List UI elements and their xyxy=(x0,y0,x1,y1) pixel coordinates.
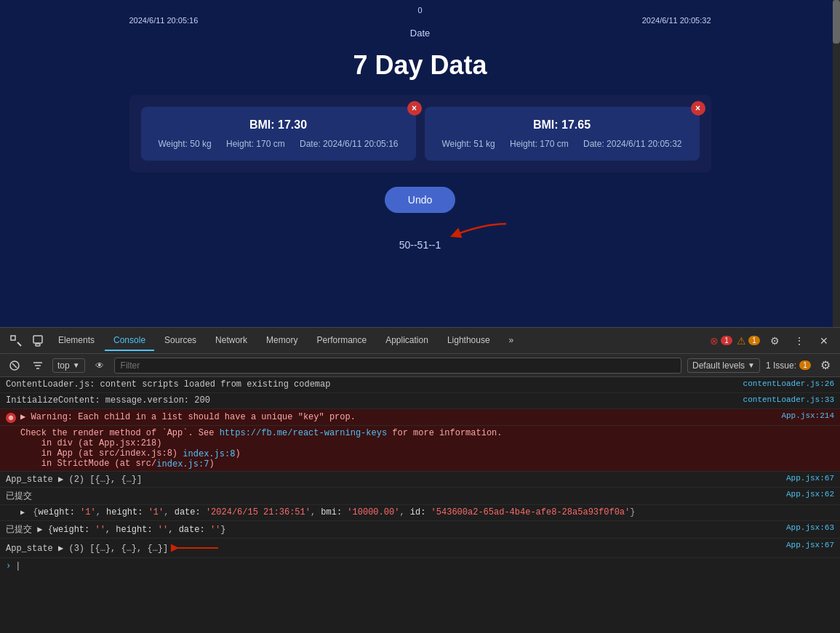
console-line-3: ⊗ ▶ Warning: Each child in a list should… xyxy=(0,409,840,426)
bmi-card-2: × BMI: 17.65 Weight: 51 kg Height: 170 c… xyxy=(425,107,700,161)
console-source-2[interactable]: contentLoader.js:33 xyxy=(743,395,834,404)
prompt-cursor[interactable]: | xyxy=(15,561,20,571)
top-date-right: 2024/6/11 20:05:32 xyxy=(642,16,711,25)
console-detail-1: in div (at App.jsx:218) xyxy=(20,438,161,448)
right-scrollbar[interactable] xyxy=(833,0,840,327)
red-arrow-2-icon xyxy=(171,541,222,555)
card-height-1: Height: 170 cm xyxy=(226,139,285,149)
bmi-value-1: BMI: 17.30 xyxy=(159,118,399,132)
card-date-2: Date: 2024/6/11 20:05:32 xyxy=(583,139,681,149)
devtools-panel: Elements Console Sources Network Memory … xyxy=(0,327,840,633)
tab-console[interactable]: Console xyxy=(105,331,154,351)
console-text-2: InitializeContent: message.version: 200 xyxy=(6,395,210,406)
svg-rect-4 xyxy=(36,344,40,346)
card-date-1: Date: 2024/6/11 20:05:16 xyxy=(300,139,398,149)
clear-console-icon[interactable] xyxy=(6,357,23,374)
svg-rect-1 xyxy=(11,336,15,340)
warning-badge-container: ⚠ 1 xyxy=(737,335,760,347)
tab-lighthouse[interactable]: Lighthouse xyxy=(439,331,499,351)
top-zero-label: 0 xyxy=(417,6,422,15)
console-detail-3: in StrictMode (at src/index.js:7) xyxy=(20,459,215,469)
red-arrow-icon xyxy=(448,220,513,242)
date-subtitle: Date xyxy=(410,28,430,39)
settings-icon[interactable]: ⚙ xyxy=(764,331,785,351)
bmi-value-2: BMI: 17.65 xyxy=(442,118,682,132)
console-line-9: App_state ▶ (3) [{…}, {…}, {…}] App.jsx:… xyxy=(0,539,840,558)
console-line-1: ContentLoader.js: content scripts loaded… xyxy=(0,377,840,393)
devtools-toolbar: Elements Console Sources Network Memory … xyxy=(0,328,840,354)
console-settings-icon[interactable]: ⚙ xyxy=(817,357,834,374)
react-warning-link[interactable]: https://fb.me/react-warning-keys xyxy=(220,428,387,438)
console-source-3[interactable]: App.jsx:214 xyxy=(781,411,834,420)
console-source-9[interactable]: App.jsx:67 xyxy=(786,541,834,549)
top-context-dropdown[interactable]: top ▼ xyxy=(52,358,85,373)
console-text-4a: Check the render method of `App`. See xyxy=(20,428,214,438)
default-levels-arrow-icon: ▼ xyxy=(748,361,755,369)
top-dropdown-arrow-icon: ▼ xyxy=(73,361,80,369)
error-badge-container: ⊗ 1 xyxy=(710,335,732,347)
console-text-7: {weight: '1', height: '1', date: '2024/6… xyxy=(33,507,635,517)
app-area: 0 2024/6/11 20:05:16 2024/6/11 20:05:32 … xyxy=(0,0,840,327)
card-weight-1: Weight: 50 kg xyxy=(159,139,212,149)
console-text-8: 已提交 ▶ {weight: '', height: '', date: ''} xyxy=(6,525,226,535)
console-line-6: 已提交 App.jsx:62 xyxy=(0,488,840,505)
default-levels-dropdown[interactable]: Default levels ▼ xyxy=(687,358,760,373)
error-icon-1: ⊗ xyxy=(6,413,16,423)
console-source-6[interactable]: App.jsx:62 xyxy=(786,490,834,499)
error-count-badge: 1 xyxy=(721,336,732,345)
filter-icon[interactable] xyxy=(29,357,47,374)
console-source-5[interactable]: App.jsx:67 xyxy=(786,474,834,483)
console-detail-2: in App (at src/index.js:8) index.js:8 ) xyxy=(20,448,241,459)
index-js-7-link[interactable]: index.js:7 xyxy=(156,459,209,469)
prompt-symbol: › xyxy=(6,561,11,571)
tab-elements[interactable]: Elements xyxy=(49,331,103,351)
console-content: ContentLoader.js: content scripts loaded… xyxy=(0,377,840,633)
top-context-label: top xyxy=(57,360,70,371)
console-text-3: ▶ Warning: Each child in a list should h… xyxy=(20,412,356,422)
console-source-8[interactable]: App.jsx:63 xyxy=(786,523,834,532)
undo-button[interactable]: Undo xyxy=(385,187,455,213)
eye-icon[interactable]: 👁 xyxy=(91,357,108,374)
console-line-5: App_state ▶ (2) [{…}, {…}] App.jsx:67 xyxy=(0,472,840,488)
inspector-icon[interactable] xyxy=(6,331,26,351)
tab-more[interactable]: » xyxy=(500,331,523,351)
tab-sources[interactable]: Sources xyxy=(156,331,205,351)
console-toolbar: top ▼ 👁 Default levels ▼ 1 Issue: 1 ⚙ xyxy=(0,354,840,377)
card-close-btn-2[interactable]: × xyxy=(691,101,705,116)
tab-network[interactable]: Network xyxy=(207,331,256,351)
more-options-icon[interactable]: ⋮ xyxy=(789,331,809,351)
tab-application[interactable]: Application xyxy=(377,331,437,351)
svg-line-2 xyxy=(17,342,21,346)
card-close-btn-1[interactable]: × xyxy=(407,101,422,116)
console-text-5: App_state ▶ (2) [{…}, {…}] xyxy=(6,475,142,485)
index-js-8-link[interactable]: index.js:8 xyxy=(183,448,235,459)
console-text-1: ContentLoader.js: content scripts loaded… xyxy=(6,379,330,390)
card-height-2: Height: 170 cm xyxy=(510,139,569,149)
warning-count-badge: 1 xyxy=(748,336,760,345)
filter-input[interactable] xyxy=(114,358,681,374)
page-title: 7 Day Data xyxy=(353,50,487,81)
card-weight-2: Weight: 51 kg xyxy=(442,139,495,149)
console-line-8: 已提交 ▶ {weight: '', height: '', date: ''}… xyxy=(0,521,840,539)
tab-performance[interactable]: Performance xyxy=(308,331,375,351)
bmi-card-1: × BMI: 17.30 Weight: 50 kg Height: 170 c… xyxy=(141,107,416,161)
console-text-4b: for more information. xyxy=(392,428,502,438)
issues-label: 1 Issue: xyxy=(766,360,796,371)
default-levels-label: Default levels xyxy=(692,360,745,371)
state-text: 50--51--1 xyxy=(399,239,441,251)
tab-memory[interactable]: Memory xyxy=(257,331,306,351)
console-text-9: App_state ▶ (3) [{…}, {…}, {…}] xyxy=(6,543,168,554)
svg-line-6 xyxy=(12,363,17,368)
scrollbar-thumb[interactable] xyxy=(833,0,840,44)
svg-rect-3 xyxy=(33,336,42,343)
close-devtools-icon[interactable]: ✕ xyxy=(814,331,834,351)
expand-arrow-7[interactable]: ▶ xyxy=(20,509,25,517)
issues-button[interactable]: 1 Issue: 1 xyxy=(766,360,811,371)
top-date-left: 2024/6/11 20:05:16 xyxy=(129,16,199,25)
console-source-1[interactable]: contentLoader.js:26 xyxy=(743,379,834,388)
console-line-4: Check the render method of `App`. See ht… xyxy=(0,426,840,472)
console-line-7: ▶ {weight: '1', height: '1', date: '2024… xyxy=(0,505,840,521)
console-prompt: › | xyxy=(0,558,840,574)
device-toolbar-icon[interactable] xyxy=(28,331,48,351)
console-line-2: InitializeContent: message.version: 200 … xyxy=(0,393,840,409)
